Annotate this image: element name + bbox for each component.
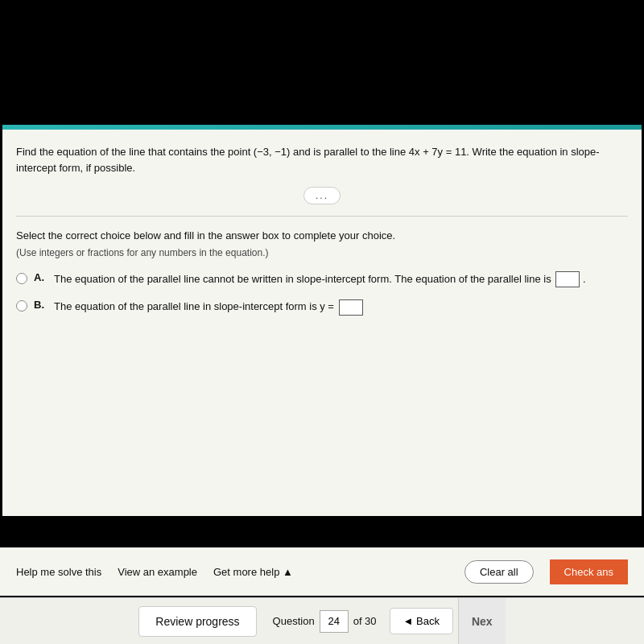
check-answer-button[interactable]: Check ans (550, 559, 628, 584)
left-border (0, 125, 2, 516)
question-label: Question (273, 615, 315, 627)
bottom-nav: Review progress Question of 30 ◄ Back Ne… (0, 597, 644, 644)
question-navigation: Question of 30 (273, 610, 377, 633)
main-content-area: Find the equation of the line that conta… (0, 130, 644, 516)
next-button[interactable]: Nex (458, 598, 506, 645)
radio-b[interactable] (16, 300, 27, 312)
expand-button[interactable]: ... (303, 187, 341, 204)
instruction-line1: Select the correct choice below and fill… (16, 228, 628, 244)
choice-label-b: B. (34, 299, 44, 311)
help-me-solve-button[interactable]: Help me solve this (16, 566, 101, 578)
divider (16, 216, 628, 217)
answer-input-a[interactable] (555, 271, 580, 287)
choice-text-a: The equation of the parallel line cannot… (54, 271, 586, 288)
view-example-button[interactable]: View an example (118, 566, 197, 578)
question-number-input[interactable] (320, 610, 349, 633)
answer-input-b[interactable] (339, 299, 363, 316)
of-label: of 30 (353, 615, 377, 627)
top-black-area (0, 0, 644, 125)
get-more-help-button[interactable]: Get more help ▲ (213, 566, 293, 578)
bottom-toolbar: Help me solve this View an example Get m… (0, 547, 644, 596)
clear-all-button[interactable]: Clear all (464, 560, 534, 584)
expand-button-container: ... (16, 187, 628, 204)
choice-text-b: The equation of the parallel line in slo… (54, 299, 363, 316)
instruction-line2: (Use integers or fractions for any numbe… (16, 247, 628, 258)
choice-label-a: A. (34, 271, 44, 283)
choice-row-a: A. The equation of the parallel line can… (16, 271, 628, 288)
back-button[interactable]: ◄ Back (390, 608, 453, 634)
question-text: Find the equation of the line that conta… (16, 144, 628, 175)
choice-row-b: B. The equation of the parallel line in … (16, 299, 628, 316)
review-progress-button[interactable]: Review progress (138, 606, 256, 637)
choices-container: A. The equation of the parallel line can… (16, 271, 628, 316)
radio-a[interactable] (16, 273, 27, 284)
